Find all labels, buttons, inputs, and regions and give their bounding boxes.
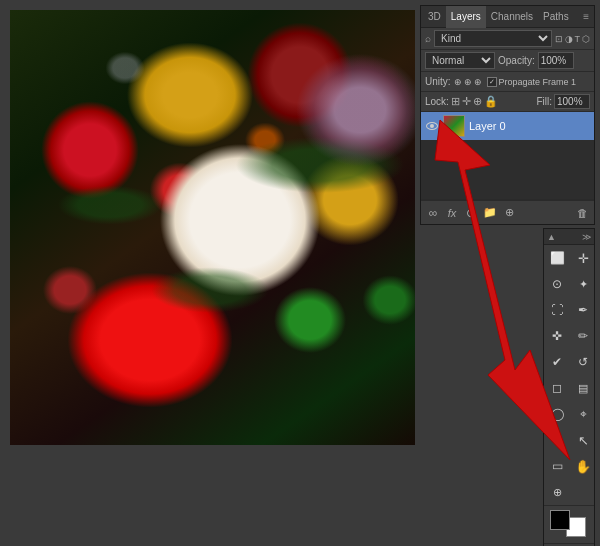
link-layers-icon[interactable]: ∞	[425, 206, 441, 220]
healing-brush-tool[interactable]: ✜	[544, 323, 570, 349]
unity-label: Unity:	[425, 76, 451, 87]
fill-input[interactable]	[554, 94, 590, 109]
add-mask-icon[interactable]: ⊙	[463, 206, 479, 220]
lock-image-icon[interactable]: ✛	[462, 95, 471, 108]
tab-paths[interactable]: Paths	[538, 6, 574, 28]
eraser-tool[interactable]: ◻	[544, 375, 570, 401]
color-swatches	[544, 505, 594, 543]
layer-thumbnail	[443, 115, 465, 137]
tab-channels[interactable]: Channels	[486, 6, 538, 28]
lock-label: Lock:	[425, 96, 449, 107]
dodge-tool[interactable]: ◯	[544, 401, 570, 427]
lasso-tool[interactable]: ⊙	[544, 271, 570, 297]
layer-visibility-toggle[interactable]	[425, 119, 439, 133]
pen-tool[interactable]: ⌖	[570, 401, 596, 427]
opacity-input[interactable]	[538, 52, 574, 69]
crop-tool[interactable]: ⛶	[544, 297, 570, 323]
layers-panel: 3D Layers Channels Paths ≡ ⌕ Kind ⊡ ◑ T …	[420, 5, 595, 225]
canvas-area[interactable]	[10, 10, 415, 445]
quick-select-tool[interactable]: ✦	[570, 271, 596, 297]
layer-item-0[interactable]: Layer 0	[421, 112, 594, 140]
filter-type-icon[interactable]: T	[575, 34, 581, 44]
fx-icon[interactable]: fx	[444, 207, 460, 219]
toolbox-panel: ▲ ≫ ⬜ ✛ ⊙ ✦ ⛶ ✒ ✜ ✏ ✔ ↺ ◻ ▤ ◯ ⌖ T ↖ ▭ ✋ …	[543, 228, 595, 546]
toolbox-collapse-icon[interactable]: ▲	[547, 232, 556, 242]
path-selection-tool[interactable]: ↖	[570, 427, 596, 453]
hand-tool[interactable]: ✋	[570, 453, 596, 479]
opacity-label: Opacity:	[498, 55, 535, 66]
filter-adj-icon[interactable]: ◑	[565, 34, 573, 44]
filter-shape-icon[interactable]: ⬡	[582, 34, 590, 44]
move-tool[interactable]: ✛	[570, 245, 596, 271]
text-tool[interactable]: T	[544, 427, 570, 453]
filter-icon: ⌕	[425, 33, 431, 44]
delete-layer-icon[interactable]: 🗑	[574, 207, 590, 219]
clone-stamp-tool[interactable]: ✔	[544, 349, 570, 375]
new-layer-icon[interactable]: ⊕	[501, 206, 517, 219]
zoom-tool[interactable]: ⊕	[544, 479, 570, 505]
tab-3d[interactable]: 3D	[423, 6, 446, 28]
panel-bottom-bar: ∞ fx ⊙ 📁 ⊕ 🗑	[421, 200, 594, 224]
canvas-image	[10, 10, 415, 445]
app-window: 3D Layers Channels Paths ≡ ⌕ Kind ⊡ ◑ T …	[0, 0, 600, 546]
lock-transparent-icon[interactable]: ⊞	[451, 95, 460, 108]
layer-name: Layer 0	[469, 120, 590, 132]
toolbox-dots-icon[interactable]: ≫	[582, 232, 591, 242]
rectangle-tool[interactable]: ▭	[544, 453, 570, 479]
lock-all-icon[interactable]: 🔒	[484, 95, 498, 108]
add-group-icon[interactable]: 📁	[482, 206, 498, 219]
eyedropper-tool[interactable]: ✒	[570, 297, 596, 323]
foreground-color-swatch[interactable]	[550, 510, 570, 530]
blend-opacity-row: Normal Opacity:	[421, 50, 594, 72]
panel-tabs-row: 3D Layers Channels Paths ≡	[421, 6, 594, 28]
unity-icons: ⊕ ⊕ ⊕	[454, 77, 482, 87]
brush-tool[interactable]: ✏	[570, 323, 596, 349]
unity-row: Unity: ⊕ ⊕ ⊕ ✓ Propagate Frame 1	[421, 72, 594, 92]
filter-icons-row: ⊡ ◑ T ⬡	[555, 34, 591, 44]
lock-fill-row: Lock: ⊞ ✛ ⊕ 🔒 Fill:	[421, 92, 594, 112]
rectangular-marquee-tool[interactable]: ⬜	[544, 245, 570, 271]
filter-row: ⌕ Kind ⊡ ◑ T ⬡	[421, 28, 594, 50]
tab-layers[interactable]: Layers	[446, 6, 486, 28]
lock-position-icon[interactable]: ⊕	[473, 95, 482, 108]
fill-label: Fill:	[536, 96, 552, 107]
toolbox-header: ▲ ≫	[544, 229, 594, 245]
kind-dropdown[interactable]: Kind	[434, 30, 552, 47]
panel-menu-icon[interactable]: ≡	[580, 11, 592, 22]
blend-mode-dropdown[interactable]: Normal	[425, 52, 495, 69]
gradient-tool[interactable]: ▤	[570, 375, 596, 401]
toolbox-grid: ⬜ ✛ ⊙ ✦ ⛶ ✒ ✜ ✏ ✔ ↺ ◻ ▤ ◯ ⌖ T ↖ ▭ ✋ ⊕	[544, 245, 594, 505]
propagate-label: Propagate Frame 1	[499, 77, 577, 87]
propagate-checkbox[interactable]: ✓ Propagate Frame 1	[487, 77, 577, 87]
layers-empty-area	[421, 140, 594, 200]
filter-pixel-icon[interactable]: ⊡	[555, 34, 563, 44]
history-brush-tool[interactable]: ↺	[570, 349, 596, 375]
